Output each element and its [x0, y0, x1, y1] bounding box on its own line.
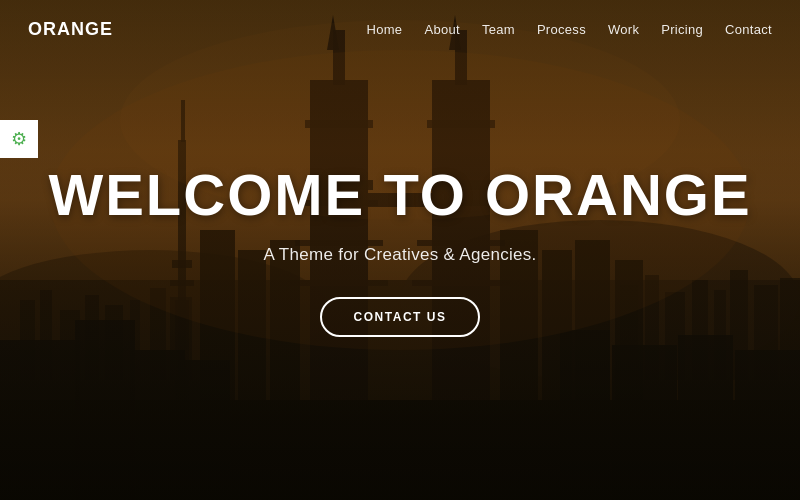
nav-item-about[interactable]: About: [424, 20, 459, 38]
hero-section: ORANGE Home About Team Process Work Pric…: [0, 0, 800, 500]
nav-link-process[interactable]: Process: [537, 22, 586, 37]
hero-subtitle: A Theme for Creatives & Agencies.: [48, 245, 751, 265]
hero-title: WELCOME TO ORANGE: [48, 163, 751, 227]
gear-icon: ⚙: [11, 128, 27, 150]
nav-link-team[interactable]: Team: [482, 22, 515, 37]
nav-item-process[interactable]: Process: [537, 20, 586, 38]
nav-item-team[interactable]: Team: [482, 20, 515, 38]
cta-button[interactable]: CONTACT US: [320, 297, 481, 337]
nav-link-pricing[interactable]: Pricing: [661, 22, 703, 37]
nav-item-pricing[interactable]: Pricing: [661, 20, 703, 38]
gear-button[interactable]: ⚙: [0, 120, 38, 158]
nav-item-work[interactable]: Work: [608, 20, 639, 38]
nav-menu: Home About Team Process Work Pricing Con…: [367, 20, 772, 38]
hero-content: WELCOME TO ORANGE A Theme for Creatives …: [28, 163, 771, 337]
nav-link-contact[interactable]: Contact: [725, 22, 772, 37]
nav-item-home[interactable]: Home: [367, 20, 403, 38]
navbar: ORANGE Home About Team Process Work Pric…: [0, 0, 800, 58]
nav-item-contact[interactable]: Contact: [725, 20, 772, 38]
nav-link-work[interactable]: Work: [608, 22, 639, 37]
brand-logo[interactable]: ORANGE: [28, 19, 113, 40]
nav-link-about[interactable]: About: [424, 22, 459, 37]
nav-link-home[interactable]: Home: [367, 22, 403, 37]
